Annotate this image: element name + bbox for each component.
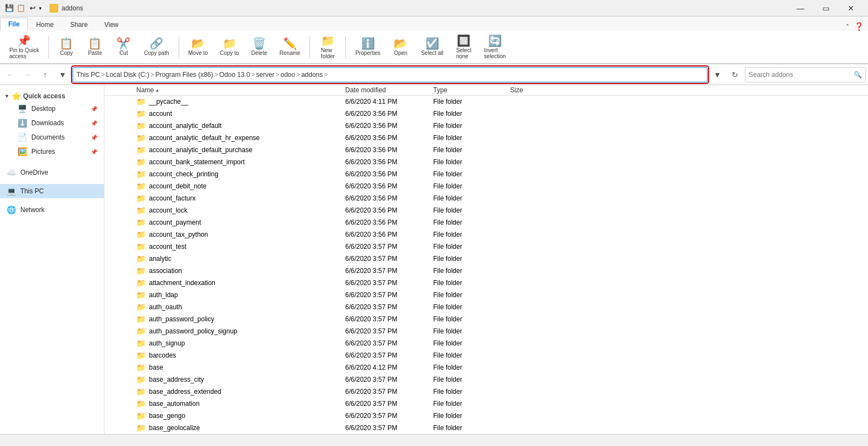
sidebar-group-quick-access[interactable]: ▼ ⭐ Quick access [0,90,104,102]
breadcrumb-bar[interactable]: This PC > Local Disk (C:) > Program File… [73,67,707,82]
table-row[interactable]: 📁 auth_signup 6/6/2020 3:57 PM File fold… [104,337,868,349]
maximize-button[interactable]: ▭ [813,0,838,16]
col-header-name[interactable]: Name ▲ [134,85,343,95]
sidebar-item-network[interactable]: 🌐 Network [0,203,104,217]
up-button[interactable]: ↑ [37,67,53,82]
copy-path-button[interactable]: 🔗 Copy path [139,35,174,59]
open-button[interactable]: 📂 Open [388,35,414,59]
table-row[interactable]: 📁 account 6/6/2020 3:56 PM File folder [104,108,868,120]
ribbon-collapse-icon[interactable]: ⌃ [845,23,850,30]
table-row[interactable]: 📁 auth_password_policy 6/6/2020 3:57 PM … [104,313,868,325]
table-row[interactable]: 📁 account_tax_python 6/6/2020 3:56 PM Fi… [104,228,868,241]
close-button[interactable]: ✕ [838,0,864,16]
table-row[interactable]: 📁 barcodes 6/6/2020 3:57 PM File folder [104,349,868,361]
properties-button[interactable]: ℹ️ Properties [350,35,385,59]
table-row[interactable]: 📁 analytic 6/6/2020 3:57 PM File folder [104,253,868,265]
table-row[interactable]: 📁 base_address_city 6/6/2020 3:57 PM Fil… [104,373,868,386]
table-row[interactable]: 📁 auth_oauth 6/6/2020 3:57 PM File folde… [104,301,868,313]
quick-access-dropdown[interactable]: ▾ [39,5,42,11]
col-header-size[interactable]: Size [508,85,563,95]
table-row[interactable]: 📁 account_check_printing 6/6/2020 3:56 P… [104,168,868,180]
rename-button[interactable]: ✏️ Rename [275,35,306,59]
table-row[interactable]: 📁 account_analytic_default 6/6/2020 3:56… [104,120,868,132]
table-row[interactable]: 📁 __pycache__ 6/6/2020 4:11 PM File fold… [104,96,868,108]
table-row[interactable]: 📁 account_analytic_default_purchase 6/6/… [104,144,868,156]
copy-button[interactable]: 📋 Copy [53,35,80,59]
pin-icon: 📌 [17,35,31,46]
table-row[interactable]: 📁 auth_ldap 6/6/2020 3:57 PM File folder [104,289,868,301]
breadcrumb-this-pc[interactable]: This PC [76,71,100,79]
quick-access-toolbar-icon1[interactable]: 💾 [4,3,14,13]
tab-home[interactable]: Home [28,18,62,31]
select-all-icon: ☑️ [425,38,439,49]
search-input[interactable] [749,71,852,79]
sidebar-item-pictures[interactable]: 🖼️ Pictures 📌 [0,144,104,159]
table-row[interactable]: 📁 base 6/6/2020 4:12 PM File folder [104,361,868,373]
file-row-date: 6/6/2020 3:56 PM [343,110,431,118]
table-row[interactable]: 📁 account_payment 6/6/2020 3:56 PM File … [104,216,868,228]
sidebar-item-documents[interactable]: 📄 Documents 📌 [0,130,104,144]
select-none-button[interactable]: 🔲 Selectnone [451,32,477,62]
minimize-button[interactable]: — [788,0,813,16]
paste-button[interactable]: 📋 Paste [82,35,108,59]
move-to-button[interactable]: 📂 Move to [184,35,213,59]
sidebar-item-this-pc[interactable]: 💻 This PC [0,184,104,198]
sidebar-item-desktop[interactable]: 🖥️ Desktop 📌 [0,102,104,116]
table-row[interactable]: 📁 account_bank_statement_import 6/6/2020… [104,156,868,168]
folder-icon: 📁 [136,375,146,384]
file-row-name: 📁 auth_password_policy [134,315,343,324]
sidebar-item-onedrive[interactable]: ☁️ OneDrive [0,165,104,180]
file-row-date: 6/6/2020 3:56 PM [343,207,431,214]
table-row[interactable]: 📁 base_geolocalize 6/6/2020 3:57 PM File… [104,422,868,434]
col-header-check[interactable] [107,85,134,95]
breadcrumb-odoo2[interactable]: odoo [280,71,295,79]
table-row[interactable]: 📁 account_analytic_default_hr_expense 6/… [104,132,868,144]
col-header-type[interactable]: Type [431,85,508,95]
select-all-button[interactable]: ☑️ Select all [416,35,449,59]
table-row[interactable]: 📁 base_address_extended 6/6/2020 3:57 PM… [104,386,868,398]
breadcrumb-local-disk[interactable]: Local Disk (C:) [106,71,150,79]
new-folder-button[interactable]: 📁 Newfolder [314,32,341,62]
file-row-type: File folder [431,279,508,287]
recent-locations-button[interactable]: ▼ [55,67,70,82]
breadcrumb-odoo[interactable]: Odoo 13.0 [219,71,250,79]
tab-share[interactable]: Share [62,18,96,31]
this-pc-icon: 💻 [7,187,16,196]
breadcrumb-program-files[interactable]: Program Files (x86) [155,71,213,79]
help-icon[interactable]: ❓ [854,22,864,31]
back-button[interactable]: ← [2,67,18,82]
tab-file[interactable]: File [0,18,28,31]
refresh-button[interactable]: ↻ [727,67,743,82]
file-row-name: 📁 account_test [134,242,343,251]
table-row[interactable]: 📁 account_lock 6/6/2020 3:56 PM File fol… [104,204,868,216]
breadcrumb-server[interactable]: server [256,71,274,79]
quick-access-toolbar-icon3[interactable]: ↩ [27,3,37,13]
table-row[interactable]: 📁 auth_password_policy_signup 6/6/2020 3… [104,325,868,337]
table-row[interactable]: 📁 account_debit_note 6/6/2020 3:56 PM Fi… [104,180,868,192]
file-row-type: File folder [431,98,508,105]
table-row[interactable]: 📁 base_gengo 6/6/2020 3:57 PM File folde… [104,410,868,422]
file-row-type: File folder [431,243,508,250]
forward-button[interactable]: → [20,67,35,82]
address-dropdown-button[interactable]: ▼ [710,67,725,82]
folder-icon: 📁 [136,411,146,420]
table-row[interactable]: 📁 account_test 6/6/2020 3:57 PM File fol… [104,241,868,253]
search-bar[interactable]: 🔍 [745,67,866,82]
breadcrumb-addons[interactable]: addons [301,71,323,79]
sidebar-item-downloads[interactable]: ⬇️ Downloads 📌 [0,116,104,130]
pin-to-quick-access-button[interactable]: 📌 Pin to Quickaccess [4,32,44,62]
invert-selection-button[interactable]: 🔄 Invertselection [479,32,511,62]
copy-to-button[interactable]: 📁 Copy to [215,35,244,59]
table-row[interactable]: 📁 association 6/6/2020 3:57 PM File fold… [104,265,868,277]
title-bar-left: 💾 📋 ↩ ▾ addons [4,3,83,13]
search-icon[interactable]: 🔍 [854,71,862,79]
delete-button[interactable]: 🗑️ Delete [246,35,273,59]
table-row[interactable]: 📁 attachment_indexation 6/6/2020 3:57 PM… [104,277,868,289]
table-row[interactable]: 📁 account_facturx 6/6/2020 3:56 PM File … [104,192,868,204]
table-row[interactable]: 📁 base_automation 6/6/2020 3:57 PM File … [104,398,868,410]
tab-view[interactable]: View [96,18,127,31]
cut-button[interactable]: ✂️ Cut [110,35,137,59]
quick-access-toolbar-icon2[interactable]: 📋 [16,3,26,13]
col-header-date[interactable]: Date modified [343,85,431,95]
file-row-type: File folder [431,388,508,395]
